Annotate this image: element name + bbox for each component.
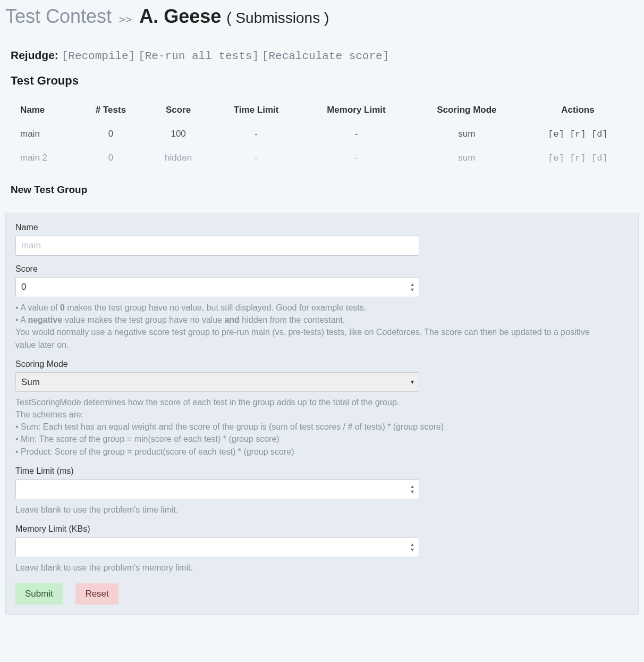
breadcrumb-separator: >> — [119, 13, 132, 26]
cell-actions: [e] [r] [d] — [522, 122, 633, 146]
number-spinner[interactable]: ▲▼ — [409, 281, 416, 293]
th-score: Score — [146, 98, 211, 122]
spinner-up-icon[interactable]: ▲ — [410, 282, 415, 287]
recompile-link[interactable]: [Recompile] — [62, 50, 135, 62]
cell-memory: - — [301, 146, 411, 170]
cell-time: - — [211, 146, 301, 170]
breadcrumb: Test Contest >> A. Geese ( Submissions ) — [5, 5, 639, 28]
cell-name: main 2 — [11, 146, 76, 170]
number-spinner[interactable]: ▲▼ — [409, 483, 416, 495]
spinner-down-icon[interactable]: ▼ — [410, 287, 415, 292]
th-scoring: Scoring Mode — [411, 98, 522, 122]
breadcrumb-suffix: ( Submissions ) — [226, 10, 329, 26]
memory-limit-label: Memory Limit (KBs) — [15, 524, 629, 534]
cell-score: hidden — [146, 146, 211, 170]
new-test-group-heading: New Test Group — [11, 184, 633, 196]
number-spinner[interactable]: ▲▼ — [409, 541, 416, 553]
th-actions: Actions — [522, 98, 633, 122]
reset-button[interactable]: Reset — [75, 583, 118, 605]
time-limit-label: Time Limit (ms) — [15, 466, 629, 476]
edit-action[interactable]: [e] — [548, 129, 564, 139]
th-tests: # Tests — [76, 98, 146, 122]
cell-memory: - — [301, 122, 411, 146]
score-label: Score — [15, 264, 629, 274]
breadcrumb-contest-link[interactable]: Test Contest — [5, 5, 112, 27]
cell-actions: [e] [r] [d] — [522, 146, 633, 170]
cell-scoring: sum — [411, 122, 522, 146]
reorder-action[interactable]: [r] — [570, 129, 586, 139]
delete-action[interactable]: [d] — [591, 129, 608, 139]
name-input[interactable] — [15, 236, 419, 256]
cell-tests: 0 — [76, 122, 146, 146]
new-test-group-form: Name Score ▲▼ A value of 0 makes the tes… — [5, 213, 639, 615]
table-row: main 0 100 - - sum [e] [r] [d] — [11, 122, 633, 146]
edit-action[interactable]: [e] — [548, 153, 564, 163]
cell-time: - — [211, 122, 301, 146]
reorder-action[interactable]: [r] — [570, 153, 586, 163]
scoring-mode-select[interactable]: Sum — [15, 372, 419, 392]
recalculate-score-link[interactable]: [Recalculate score] — [262, 50, 389, 62]
time-limit-input[interactable] — [15, 479, 419, 499]
rejudge-label: Rejudge: — [11, 49, 58, 61]
breadcrumb-problem: A. Geese — [139, 5, 221, 27]
th-memory: Memory Limit — [301, 98, 411, 122]
rerun-tests-link[interactable]: [Re-run all tests] — [138, 50, 259, 62]
rejudge-line: Rejudge: [Recompile] [Re-run all tests] … — [11, 49, 633, 62]
test-groups-table: Name # Tests Score Time Limit Memory Lim… — [11, 98, 633, 170]
spinner-down-icon[interactable]: ▼ — [410, 489, 415, 495]
cell-tests: 0 — [76, 146, 146, 170]
spinner-up-icon[interactable]: ▲ — [410, 542, 415, 547]
memory-limit-input[interactable] — [15, 537, 419, 557]
spinner-up-icon[interactable]: ▲ — [410, 484, 415, 489]
submit-button[interactable]: Submit — [15, 583, 63, 605]
memory-limit-help: Leave blank to use the problem's memory … — [15, 562, 600, 574]
score-input[interactable] — [15, 277, 419, 297]
name-label: Name — [15, 223, 629, 232]
score-help: A value of 0 makes the test group have n… — [15, 301, 600, 351]
cell-name: main — [11, 122, 76, 146]
time-limit-help: Leave blank to use the problem's time li… — [15, 504, 600, 516]
table-row: main 2 0 hidden - - sum [e] [r] [d] — [11, 146, 633, 170]
delete-action[interactable]: [d] — [591, 153, 608, 163]
spinner-down-icon[interactable]: ▼ — [410, 547, 415, 552]
th-time: Time Limit — [211, 98, 301, 122]
scoring-mode-label: Scoring Mode — [15, 359, 629, 369]
scoring-mode-help: TestScoringMode determines how the score… — [15, 396, 600, 458]
cell-scoring: sum — [411, 146, 522, 170]
th-name: Name — [11, 98, 76, 122]
test-groups-heading: Test Groups — [11, 74, 633, 88]
cell-score: 100 — [146, 122, 211, 146]
